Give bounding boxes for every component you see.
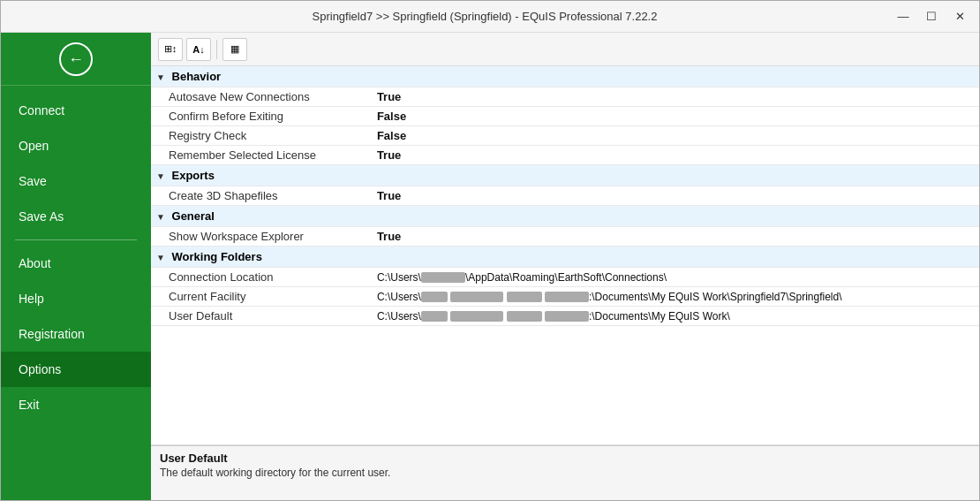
properties-table: ▼ Behavior Autosave New Connections True… (151, 66, 979, 326)
redacted-2 (421, 292, 448, 302)
redacted-3 (450, 292, 503, 302)
sidebar-item-help[interactable]: Help (1, 281, 151, 316)
sidebar-back: ← (1, 33, 151, 86)
prop-value-remember-license: True (370, 146, 979, 165)
app-body: ← Connect Open Save Save As About Help R… (1, 33, 979, 500)
sidebar-item-options[interactable]: Options (1, 352, 151, 387)
status-title: User Default (160, 452, 970, 465)
sidebar-item-save[interactable]: Save (1, 163, 151, 199)
prop-name-workspace: Show Workspace Explorer (151, 227, 370, 247)
redacted-5 (545, 292, 589, 302)
properties-area: ▼ Behavior Autosave New Connections True… (151, 66, 979, 445)
prop-value-connection-location: C:\Users\ \AppData\Roaming\EarthSoft\Con… (370, 268, 979, 287)
redacted-4 (507, 292, 542, 302)
section-behavior[interactable]: ▼ Behavior (151, 66, 979, 87)
table-row: Autosave New Connections True (151, 87, 979, 107)
table-row: Registry Check False (151, 126, 979, 146)
toolbar-separator (216, 40, 217, 59)
sidebar-item-save-as[interactable]: Save As (1, 199, 151, 234)
prop-value-registry: False (370, 126, 979, 146)
sidebar-item-connect[interactable]: Connect (1, 93, 151, 128)
grid-button[interactable]: ▦ (222, 38, 247, 61)
sidebar: ← Connect Open Save Save As About Help R… (1, 33, 151, 500)
minimize-button[interactable]: — (891, 7, 916, 27)
prop-name-connection-location: Connection Location (151, 268, 370, 287)
nav-divider-1 (15, 239, 137, 240)
prop-value-autosave: True (370, 87, 979, 107)
window-controls: — ☐ ✕ (891, 7, 972, 27)
prop-name-confirm-exit: Confirm Before Exiting (151, 107, 370, 126)
prop-name-3d-shapefiles: Create 3D Shapefiles (151, 186, 370, 206)
working-folders-label: Working Folders (172, 250, 262, 263)
close-button[interactable]: ✕ (947, 7, 972, 27)
sort-alpha-icon: A↓ (192, 44, 204, 55)
prop-name-registry: Registry Check (151, 126, 370, 146)
toolbar: ⊞↕ A↓ ▦ (151, 33, 979, 66)
sidebar-item-registration[interactable]: Registration (1, 316, 151, 352)
prop-value-confirm-exit: False (370, 107, 979, 126)
title-bar: Springfield7 >> Springfield (Springfield… (1, 1, 979, 33)
sidebar-item-about[interactable]: About (1, 246, 151, 281)
table-row: Remember Selected License True (151, 146, 979, 165)
restore-button[interactable]: ☐ (919, 7, 944, 27)
table-row: User Default C:\Users\ :\Documents\My EQ… (151, 307, 979, 326)
redacted-9 (545, 311, 589, 322)
prop-name-remember-license: Remember Selected License (151, 146, 370, 165)
back-button[interactable]: ← (59, 42, 93, 76)
sidebar-item-exit[interactable]: Exit (1, 387, 151, 422)
section-general[interactable]: ▼ General (151, 206, 979, 227)
redacted-1 (421, 272, 465, 283)
prop-value-current-facility: C:\Users\ :\Documents\My EQuIS Work\Spri… (370, 287, 979, 307)
general-label: General (172, 209, 215, 223)
prop-name-user-default: User Default (151, 307, 370, 326)
back-arrow-icon: ← (68, 51, 84, 67)
table-row: Show Workspace Explorer True (151, 227, 979, 247)
sidebar-nav: Connect Open Save Save As About Help Reg… (1, 86, 151, 500)
table-row: Confirm Before Exiting False (151, 107, 979, 126)
prop-name-autosave: Autosave New Connections (151, 87, 370, 107)
status-description: The default working directory for the cu… (160, 467, 970, 479)
general-toggle-icon: ▼ (156, 212, 165, 222)
table-row: Create 3D Shapefiles True (151, 186, 979, 206)
redacted-7 (450, 311, 503, 322)
app-window: Springfield7 >> Springfield (Springfield… (0, 0, 980, 501)
section-working-folders[interactable]: ▼ Working Folders (151, 247, 979, 268)
redacted-6 (421, 311, 448, 322)
grid-icon: ▦ (230, 43, 239, 55)
prop-name-current-facility: Current Facility (151, 287, 370, 307)
prop-value-user-default: C:\Users\ :\Documents\My EQuIS Work\ (370, 307, 979, 326)
exports-toggle-icon: ▼ (156, 171, 165, 181)
section-exports[interactable]: ▼ Exports (151, 165, 979, 186)
sidebar-item-open[interactable]: Open (1, 128, 151, 163)
sort-alpha-button[interactable]: A↓ (186, 38, 211, 61)
sort-categorized-icon: ⊞↕ (164, 43, 177, 55)
redacted-8 (507, 311, 542, 322)
main-content: ⊞↕ A↓ ▦ ▼ B (151, 33, 979, 500)
working-folders-toggle-icon: ▼ (156, 253, 165, 262)
exports-label: Exports (172, 169, 215, 182)
status-bar: User Default The default working directo… (151, 445, 979, 500)
behavior-toggle-icon: ▼ (156, 72, 165, 82)
table-row: Connection Location C:\Users\ \AppData\R… (151, 268, 979, 287)
window-title: Springfield7 >> Springfield (Springfield… (79, 10, 891, 23)
prop-value-workspace: True (370, 227, 979, 247)
sort-categorized-button[interactable]: ⊞↕ (158, 38, 183, 61)
prop-value-3d-shapefiles: True (370, 186, 979, 206)
behavior-label: Behavior (172, 70, 222, 83)
table-row: Current Facility C:\Users\ :\Documents\M… (151, 287, 979, 307)
